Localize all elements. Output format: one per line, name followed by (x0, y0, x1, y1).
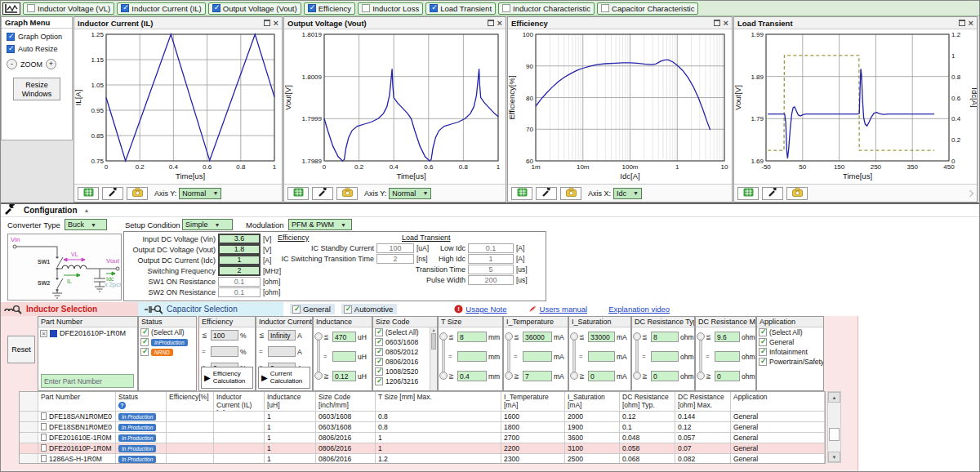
zoom-out-button[interactable]: - (7, 59, 17, 69)
scroll-down-icon[interactable]: ▼ (828, 452, 840, 462)
field-value[interactable]: 1.8 (218, 244, 261, 255)
range-value-input[interactable] (211, 346, 238, 357)
graph-tab-inductor-loss[interactable]: Inductor Loss (358, 2, 423, 15)
column-header-application[interactable]: Application (731, 392, 825, 412)
field-value[interactable]: 1 (468, 254, 514, 264)
range-value-input[interactable]: 0.12 (332, 371, 356, 381)
column-header-i-saturation-ma[interactable]: I_Saturation [mA] (565, 392, 620, 412)
range-value-input[interactable]: 9.6 (715, 332, 740, 342)
efficiency-calculation-button[interactable]: ▶EfficiencyCalculation (201, 367, 253, 389)
checked-checkbox-icon[interactable] (759, 348, 767, 356)
slider-knob[interactable] (505, 332, 513, 341)
column-header-status[interactable]: Status? (116, 392, 167, 412)
field-value[interactable]: 3.6 (218, 234, 261, 244)
slider-knob[interactable] (439, 332, 448, 341)
column-header-i-temperature-ma[interactable]: I_Temperature [mA] (501, 392, 565, 412)
range-value-input[interactable] (523, 351, 552, 362)
snapshot-button[interactable] (560, 187, 581, 200)
close-icon[interactable]: × (497, 20, 502, 26)
checked-checkbox-icon[interactable] (7, 33, 15, 41)
graph-tab-inductor-voltage-vl[interactable]: Inductor Voltage (VL) (23, 2, 114, 15)
part-number-cell[interactable]: DFE201610E-1R0M (38, 433, 116, 443)
part-number-cell[interactable]: DFE201610P-1R0M (38, 443, 116, 454)
resize-windows-button[interactable]: Resize Windows (13, 78, 60, 100)
export-button[interactable] (511, 187, 532, 200)
checked-checkbox-icon[interactable] (140, 348, 149, 356)
range-value-input[interactable] (588, 351, 615, 362)
slider-knob[interactable] (314, 332, 323, 341)
reset-button[interactable]: Reset (7, 336, 35, 363)
general-checkbox[interactable]: General (290, 304, 335, 314)
part-number-cell[interactable]: 1286AS-H-1R0M (38, 454, 116, 464)
list-item-select-all[interactable]: (Select All) (373, 327, 437, 337)
datasheet-icon[interactable] (41, 434, 47, 441)
table-scrollbar[interactable]: ▲ ▼ (827, 391, 841, 463)
column-header-t-size-mm-max[interactable]: T Size [mm] Max. (376, 392, 501, 412)
tab-capacitor-selection[interactable]: Capacitor Selection (138, 302, 283, 316)
column-header-inductor-current-il-a[interactable]: Inductor Current (IL) [A] (214, 392, 265, 412)
field-value[interactable]: 5 (468, 265, 514, 274)
setup-condition-select[interactable]: Simple▼ (182, 219, 233, 230)
graph-tab-capacitor-characteristic[interactable]: Capacitor Characteristic (597, 2, 698, 15)
snapshot-button[interactable] (127, 187, 148, 200)
unchecked-checkbox-icon[interactable] (362, 4, 370, 12)
datasheet-icon[interactable] (41, 423, 47, 430)
graph-menu-option-auto-resize[interactable]: Auto Resize (2, 41, 72, 53)
checked-checkbox-icon[interactable] (375, 367, 383, 376)
range-value-input[interactable]: 0 (588, 371, 615, 381)
column-header-dc-resistance-ohm-typ[interactable]: DC Resistance [ohm] Typ. (620, 392, 675, 412)
close-icon[interactable]: × (724, 20, 728, 26)
range-value-input[interactable] (268, 346, 296, 357)
column-header-inductance-uh[interactable]: Inductance [uH] (265, 392, 316, 412)
column-header-part-number[interactable]: Part Number (38, 392, 116, 412)
range-value-input[interactable] (715, 351, 740, 362)
snapshot-button[interactable] (786, 187, 808, 200)
field-value[interactable]: 1 (218, 255, 261, 265)
list-item-0603-1608[interactable]: 0603/1608 (373, 337, 437, 347)
range-value-input[interactable]: 8 (651, 332, 679, 342)
checked-checkbox-icon[interactable] (759, 358, 767, 366)
link-usage-note[interactable]: !Usage Note (454, 305, 506, 314)
maximize-icon[interactable] (488, 20, 494, 26)
settings-button[interactable] (536, 187, 557, 200)
datasheet-icon[interactable] (41, 455, 47, 462)
automotive-checkbox[interactable]: Automotive (341, 304, 398, 314)
range-value-input[interactable]: 0.4 (457, 371, 487, 381)
list-item-general[interactable]: General (757, 337, 823, 347)
status-item-inproduction[interactable]: InProduction (139, 337, 196, 347)
list-item-0805-2012[interactable]: 0805/2012 (373, 347, 437, 357)
converter-type-select[interactable]: Buck▼ (65, 219, 107, 230)
scroll-up-icon[interactable]: ▲ (828, 392, 840, 403)
checked-checkbox-icon[interactable] (430, 4, 438, 12)
zoom-in-button[interactable]: + (46, 59, 56, 69)
slider-knob[interactable] (505, 372, 513, 380)
checked-checkbox-icon[interactable] (7, 45, 15, 53)
scrollbar-thumb[interactable] (829, 428, 840, 441)
axis-select[interactable]: Normal▼ (389, 188, 431, 199)
status-item-nrnd[interactable]: NRND (139, 347, 196, 357)
column-header-efficiency[interactable]: Efficiency[%] (167, 392, 214, 412)
graph-tab-output-voltage-vout[interactable]: Output Voltage (Vout) (208, 2, 301, 15)
list-item-powertrain-safety[interactable]: Powertrain/Safety (757, 357, 823, 367)
settings-button[interactable] (762, 187, 783, 200)
current-calculation-button[interactable]: ▶CurrentCalculation (258, 367, 310, 389)
tab-inductor-selection[interactable]: Inductor Selection (1, 302, 138, 316)
slider-knob[interactable] (697, 332, 705, 341)
range-value-input[interactable]: 8 (457, 332, 487, 342)
unchecked-checkbox-icon[interactable] (601, 4, 609, 12)
range-value-input[interactable]: 470 (332, 332, 356, 342)
collapse-arrow-icon[interactable]: ▲ (84, 207, 90, 213)
help-icon[interactable]: ? (118, 402, 126, 409)
unchecked-checkbox-icon[interactable] (502, 4, 510, 12)
checked-checkbox-icon[interactable] (759, 338, 767, 346)
range-value-input[interactable]: 0 (715, 371, 740, 381)
slider-knob[interactable] (570, 372, 578, 380)
close-icon[interactable]: × (274, 20, 278, 26)
graph-tab-inductor-current-il[interactable]: Inductor Current (IL) (117, 2, 206, 15)
settings-button[interactable] (102, 187, 123, 200)
checked-checkbox-icon[interactable] (375, 358, 383, 366)
graph-tab-load-transient[interactable]: Load Transient (425, 2, 496, 15)
list-item-select-all[interactable]: (Select All) (757, 327, 823, 337)
close-icon[interactable]: × (969, 20, 973, 26)
unchecked-checkbox-icon[interactable] (27, 4, 35, 12)
